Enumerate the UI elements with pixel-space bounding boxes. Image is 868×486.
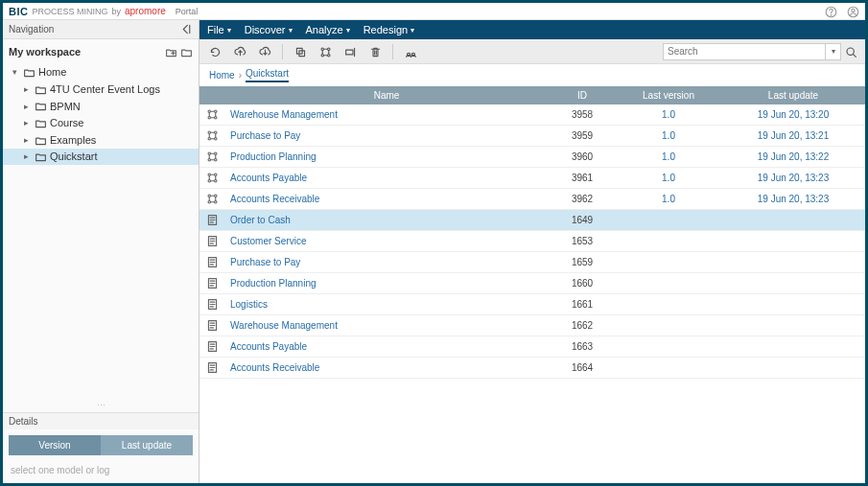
cell-id: 1661 [549,294,616,315]
segment-last-update[interactable]: Last update [101,435,193,455]
table-row[interactable]: Purchase to Pay39591.019 Jun 20, 13:21 [199,126,865,147]
tree-item-course[interactable]: ▸Course [3,114,199,131]
cell-id: 3962 [549,189,616,210]
cell-version [616,336,721,358]
chevron-right-icon: ▸ [24,84,34,94]
model-icon [199,358,224,379]
cell-version [616,294,721,315]
cell-update [721,273,865,294]
cell-name[interactable]: Production Planning [224,273,549,294]
cell-name[interactable]: Purchase to Pay [224,126,549,147]
cell-update: 19 Jun 20, 13:20 [721,104,865,126]
share-icon[interactable] [403,44,418,58]
table-row[interactable]: Purchase to Pay1659 [199,252,865,273]
tree-item-label: Course [47,117,83,128]
folder-tree-icon[interactable] [180,45,193,58]
cell-id: 1664 [549,358,616,379]
search-dropdown-icon[interactable]: ▾ [826,43,841,60]
menu-analyze[interactable]: Analyze▾ [306,24,350,35]
splitter-handle[interactable]: ⋯ [3,399,199,412]
cell-name[interactable]: Purchase to Pay [224,252,549,273]
folder-icon [34,82,47,96]
tree-item-bpmn[interactable]: ▸BPMN [3,98,199,115]
model-icon [199,210,224,231]
cell-name[interactable]: Production Planning [224,147,549,168]
user-icon[interactable] [847,4,859,18]
chevron-down-icon: ▾ [12,67,22,77]
col-id[interactable]: ID [549,86,616,104]
brand-portal: Portal [176,7,199,16]
table-row[interactable]: Accounts Payable1663 [199,336,865,358]
brand-bar: BIC PROCESS MINING by apromore Portal [3,3,865,20]
cell-name[interactable]: Logistics [224,294,549,315]
table-row[interactable]: Accounts Receivable39621.019 Jun 20, 13:… [199,189,865,210]
cell-update [721,210,865,231]
folder-icon [34,133,47,147]
download-icon[interactable] [257,44,272,58]
navigation-label: Navigation [9,24,54,35]
table-row[interactable]: Customer Service1653 [199,231,865,252]
main-area: File▾Discover▾Analyze▾Redesign▾ ▾ [199,20,865,483]
tree-item-label: 4TU Center Event Logs [47,83,160,95]
col-name[interactable]: Name [224,86,549,104]
tree-item-examples[interactable]: ▸Examples [3,131,199,149]
table-row[interactable]: Order to Cash1649 [199,210,865,231]
cell-name[interactable]: Warehouse Management [224,315,549,336]
brand-logo: BIC [9,6,28,17]
cell-version [616,231,721,252]
cell-update [721,358,865,379]
new-folder-icon[interactable] [165,45,177,58]
refresh-icon[interactable] [207,44,223,58]
col-update[interactable]: Last update [721,86,865,104]
table-row[interactable]: Logistics1661 [199,294,865,315]
upload-icon[interactable] [232,44,247,58]
cell-name[interactable]: Accounts Payable [224,168,549,189]
rename-icon[interactable] [342,44,358,58]
cell-name[interactable]: Order to Cash [224,210,549,231]
search-input[interactable] [663,43,826,60]
delete-icon[interactable] [367,44,383,58]
chevron-right-icon: ▸ [24,118,34,127]
table-row[interactable]: Accounts Payable39611.019 Jun 20, 13:23 [199,168,865,189]
table-row[interactable]: Production Planning1660 [199,273,865,294]
tree-item-4tu-center-event-logs[interactable]: ▸4TU Center Event Logs [3,81,199,98]
cell-update: 19 Jun 20, 13:21 [721,126,865,147]
cell-version: 1.0 [616,104,721,126]
details-label: Details [3,412,199,429]
tree-item-home[interactable]: ▾Home [3,64,199,81]
menu-discover[interactable]: Discover▾ [245,24,293,35]
search-icon[interactable] [845,44,857,58]
help-icon[interactable] [825,4,837,18]
col-version[interactable]: Last version [616,86,721,104]
cell-update [721,315,865,336]
menu-file[interactable]: File▾ [207,24,231,35]
cell-name[interactable]: Accounts Payable [224,336,549,358]
menu-redesign[interactable]: Redesign▾ [364,24,414,35]
breadcrumb-home[interactable]: Home [209,70,235,81]
cell-name[interactable]: Customer Service [224,231,549,252]
col-icon[interactable] [199,86,224,104]
cell-id: 1662 [549,315,616,336]
tree-item-quickstart[interactable]: ▸Quickstart [3,149,199,166]
folder-tree: ▾Home▸4TU Center Event Logs▸BPMN▸Course▸… [3,62,199,399]
cell-name[interactable]: Accounts Receivable [224,358,549,379]
cell-name[interactable]: Accounts Receivable [224,189,549,210]
table-row[interactable]: Production Planning39601.019 Jun 20, 13:… [199,147,865,168]
svg-rect-19 [345,50,352,55]
file-grid: Name ID Last version Last update Warehou… [199,86,865,483]
details-segmented: Version Last update [3,429,199,461]
model-icon[interactable] [317,44,333,58]
folder-icon [34,100,47,113]
table-row[interactable]: Accounts Receivable1664 [199,358,865,379]
menu-bar: File▾Discover▾Analyze▾Redesign▾ [199,20,865,39]
table-row[interactable]: Warehouse Management1662 [199,315,865,336]
segment-version[interactable]: Version [9,435,101,455]
cell-version: 1.0 [616,168,721,189]
copy-icon[interactable] [293,44,308,58]
cell-id: 1649 [549,210,616,231]
table-row[interactable]: Warehouse Management39581.019 Jun 20, 13… [199,104,865,126]
cell-name[interactable]: Warehouse Management [224,104,549,126]
cell-id: 1659 [549,252,616,273]
collapse-sidebar-icon[interactable] [180,23,193,35]
breadcrumb-current[interactable]: Quickstart [246,68,289,82]
